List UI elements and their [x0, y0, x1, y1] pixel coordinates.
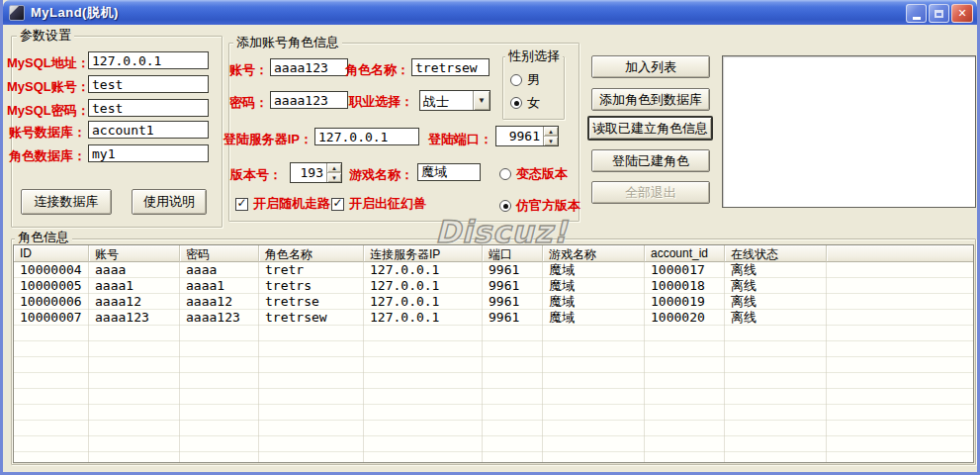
- table-body[interactable]: 10000004aaaaaaaatretr127.0.0.19961魔域1000…: [14, 262, 973, 463]
- title-bar[interactable]: MyLand(脱机) ✕: [3, 0, 977, 25]
- column-header[interactable]: 在线状态: [725, 245, 827, 262]
- table-cell: 魔域: [543, 294, 645, 310]
- table-cell: 9961: [483, 262, 543, 278]
- radio-icon[interactable]: [510, 97, 522, 109]
- roles-table[interactable]: ID账号密码角色名称连接服务器IP端口游戏名称account_id在线状态 10…: [13, 244, 974, 463]
- add-to-list-button[interactable]: 加入列表: [591, 55, 710, 78]
- table-cell: 127.0.0.1: [364, 278, 483, 294]
- account-db-input[interactable]: [88, 121, 209, 139]
- mysql-password-label: MySQL密码：: [7, 102, 86, 120]
- table-cell: 魔域: [543, 310, 645, 326]
- random-walk-checkbox[interactable]: ✓ 开启随机走路: [235, 195, 330, 213]
- table-cell: 离线: [725, 294, 827, 310]
- bt-version-label: 变态版本: [516, 165, 568, 183]
- minimize-icon: [913, 17, 921, 20]
- app-window: MyLand(脱机) ✕ 参数设置 MySQL地址： MySQL账号： MySQ…: [0, 0, 980, 475]
- table-row[interactable]: 10000004aaaaaaaatretr127.0.0.19961魔域1000…: [14, 262, 973, 278]
- column-header[interactable]: ID: [14, 245, 89, 262]
- role-name-input[interactable]: [411, 58, 490, 76]
- profession-label: 职业选择：: [349, 93, 413, 111]
- checkbox-icon[interactable]: ✓: [331, 198, 344, 211]
- spinner-down-icon[interactable]: ▼: [544, 137, 558, 145]
- minimize-button[interactable]: [906, 4, 927, 23]
- role-db-input[interactable]: [88, 144, 209, 162]
- official-version-radio[interactable]: 仿官方版本: [499, 197, 580, 215]
- close-button[interactable]: ✕: [951, 4, 973, 23]
- mysql-user-label: MySQL账号：: [7, 78, 86, 96]
- table-row[interactable]: 10000007aaaa123aaaa123tretrsew127.0.0.19…: [14, 310, 973, 326]
- read-roles-button[interactable]: 读取已建立角色信息: [587, 116, 713, 141]
- radio-icon[interactable]: [510, 74, 522, 86]
- params-group-title: 参数设置: [17, 29, 74, 43]
- maximize-button[interactable]: [929, 4, 949, 23]
- game-name-input[interactable]: [417, 163, 481, 181]
- server-ip-label: 登陆服务器IP：: [223, 131, 312, 148]
- account-label: 账号：: [224, 61, 268, 79]
- dropdown-arrow-icon[interactable]: ▼: [473, 91, 490, 110]
- spinner-down-icon[interactable]: ▼: [327, 173, 341, 182]
- table-cell: aaaa1: [180, 278, 259, 294]
- help-button[interactable]: 使用说明: [132, 189, 207, 215]
- table-cell: aaaa: [89, 262, 180, 278]
- table-cell: 离线: [725, 262, 827, 278]
- column-header[interactable]: 角色名称: [259, 245, 364, 262]
- server-ip-input[interactable]: [314, 128, 419, 145]
- column-header[interactable]: [827, 245, 974, 262]
- game-name-label: 游戏名称：: [349, 166, 413, 184]
- table-cell: aaaa123: [180, 310, 259, 326]
- account-input[interactable]: [270, 58, 348, 76]
- version-value: 193: [291, 163, 326, 182]
- column-header[interactable]: 账号: [89, 245, 180, 262]
- table-cell: 魔域: [543, 278, 645, 294]
- column-header[interactable]: 连接服务器IP: [364, 245, 483, 262]
- checkbox-icon[interactable]: ✓: [235, 198, 248, 211]
- table-cell: 1000020: [645, 310, 725, 326]
- column-header[interactable]: account_id: [645, 245, 725, 262]
- table-cell: aaaa1: [89, 278, 180, 294]
- radio-icon[interactable]: [499, 200, 511, 212]
- table-row[interactable]: 10000006aaaa12aaaa12tretrse127.0.0.19961…: [14, 294, 973, 310]
- table-cell: tretrse: [259, 294, 364, 310]
- table-cell: 1000018: [645, 278, 725, 294]
- role-db-label: 角色数据库：: [7, 147, 86, 165]
- radio-icon[interactable]: [499, 168, 511, 180]
- version-spinner[interactable]: 193 ▲ ▼: [290, 162, 342, 183]
- mysql-host-input[interactable]: [88, 51, 209, 69]
- port-label: 登陆端口：: [426, 131, 492, 148]
- login-role-button[interactable]: 登陆已建角色: [591, 149, 710, 172]
- table-row[interactable]: 10000005aaaa1aaaa1tretrs127.0.0.19961魔域1…: [14, 278, 973, 294]
- column-header[interactable]: 密码: [180, 245, 259, 262]
- table-cell: 离线: [725, 310, 827, 326]
- mysql-user-input[interactable]: [88, 75, 209, 93]
- connect-db-button[interactable]: 连接数据库: [21, 189, 112, 215]
- port-value: 9961: [496, 127, 543, 145]
- table-cell: tretr: [259, 262, 364, 278]
- port-spinner[interactable]: 9961 ▲ ▼: [495, 126, 559, 146]
- window-title: MyLand(脱机): [31, 4, 119, 22]
- table-cell: 127.0.0.1: [364, 262, 483, 278]
- roles-group-title: 角色信息: [15, 231, 72, 244]
- table-cell: 127.0.0.1: [364, 310, 483, 326]
- bt-version-radio[interactable]: 变态版本: [499, 165, 568, 183]
- pet-expedition-checkbox[interactable]: ✓ 开启出征幻兽: [331, 195, 426, 213]
- table-cell: 10000006: [14, 294, 89, 310]
- table-header: ID账号密码角色名称连接服务器IP端口游戏名称account_id在线状态: [14, 245, 973, 262]
- table-cell: 1000017: [645, 262, 725, 278]
- password-input[interactable]: [270, 91, 348, 109]
- app-icon: [9, 5, 25, 21]
- column-header[interactable]: 端口: [483, 245, 543, 262]
- spinner-up-icon[interactable]: ▲: [544, 127, 558, 137]
- gender-female-radio[interactable]: 女: [510, 94, 540, 112]
- log-listbox[interactable]: [722, 55, 976, 208]
- gender-male-radio[interactable]: 男: [510, 71, 540, 89]
- random-walk-label: 开启随机走路: [253, 195, 330, 213]
- column-header[interactable]: 游戏名称: [543, 245, 645, 262]
- spinner-up-icon[interactable]: ▲: [327, 163, 341, 173]
- add-role-to-db-button[interactable]: 添加角色到数据库: [591, 88, 710, 111]
- table-cell: aaaa123: [89, 310, 180, 326]
- mysql-password-input[interactable]: [88, 99, 209, 117]
- table-cell: 10000007: [14, 310, 89, 326]
- mysql-host-label: MySQL地址：: [7, 54, 86, 72]
- version-label: 版本号：: [228, 166, 282, 184]
- profession-select[interactable]: 战士 ▼: [419, 90, 490, 111]
